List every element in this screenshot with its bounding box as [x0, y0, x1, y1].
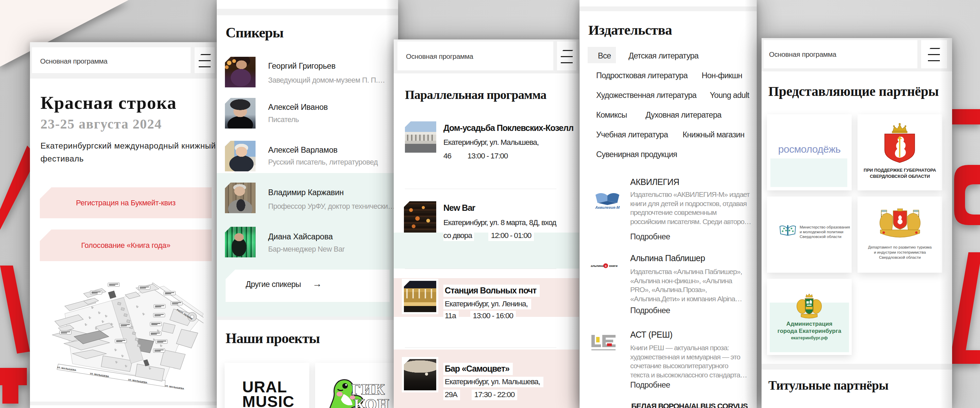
svg-text:КОН: КОН — [354, 396, 390, 408]
svg-text:Аквилегия-М: Аквилегия-М — [595, 205, 620, 209]
svg-text:з: з — [605, 264, 607, 268]
svg-text:альпина: альпина — [591, 264, 604, 268]
svg-text:книги: книги — [609, 264, 617, 268]
svg-text:ГИК: ГИК — [351, 381, 385, 398]
svg-text:УЛ. МАЛЫШЕВА: УЛ. МАЛЫШЕВА — [165, 384, 184, 390]
